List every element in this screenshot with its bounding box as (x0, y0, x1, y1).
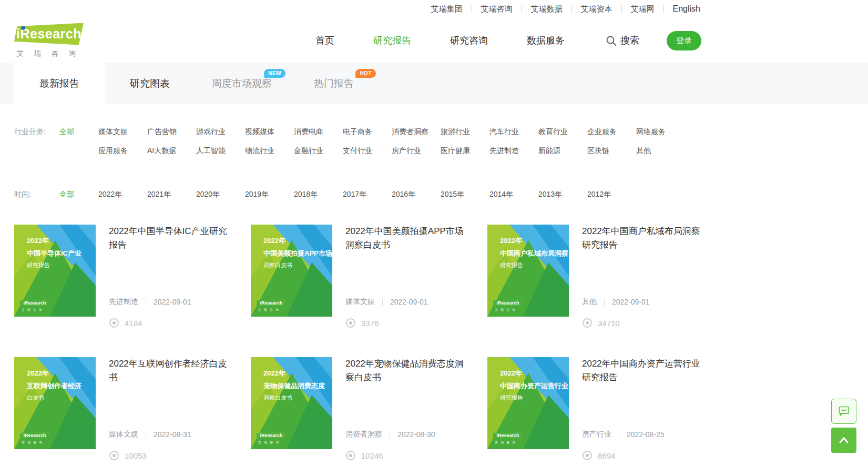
report-info: 2022年中国半导体IC产业研究报告 先进制造 2022-09-01 4184 (109, 225, 230, 328)
industry-filter-chip[interactable]: 其他 (636, 145, 685, 156)
report-title[interactable]: 2022年中国商户私域布局洞察研究报告 (582, 225, 703, 252)
report-card[interactable]: 2022年 中国商户私域布局洞察 研究报告 iResearch 艾瑞咨询 202… (487, 225, 703, 341)
cover-subtitle: 洞察白皮书 (263, 261, 332, 269)
eye-icon (109, 318, 119, 328)
time-filter-all[interactable]: 全部 (59, 189, 98, 199)
report-category[interactable]: 消费者洞察 (345, 430, 382, 439)
industry-filter-chip[interactable]: 广告营销 (147, 126, 196, 137)
iresearch-report-page: 艾瑞集团 艾瑞咨询 艾瑞数据 艾瑞资本 艾瑞网 English iResearc… (0, 0, 868, 466)
industry-filter-chip[interactable]: 支付行业 (343, 145, 392, 156)
industry-filter-chip[interactable]: 消费者洞察 (392, 126, 441, 137)
report-title[interactable]: 2022年宠物保健品消费态度洞察白皮书 (345, 357, 466, 385)
nav-item-research-consulting[interactable]: 研究咨询 (450, 34, 488, 47)
login-button[interactable]: 登录 (667, 31, 701, 50)
search-button[interactable]: 搜索 (606, 34, 639, 47)
report-category[interactable]: 房产行业 (582, 430, 611, 439)
eye-icon (582, 318, 593, 328)
industry-filter-chip[interactable]: 消费电商 (294, 126, 343, 137)
tab-research-charts[interactable]: 研究图表 (105, 63, 195, 104)
topbar-link-english[interactable]: English (664, 5, 701, 13)
year-filter-chip[interactable]: 2018年 (294, 189, 343, 199)
industry-filter-chip[interactable]: 电子商务 (343, 126, 392, 137)
report-cover[interactable]: 2022年 宠物保健品消费态度 洞察白皮书 iResearch 艾瑞咨询 (251, 357, 332, 449)
year-filter-chip[interactable]: 2022年 (98, 189, 147, 199)
industry-filter-chip[interactable]: 媒体文娱 (98, 126, 147, 137)
cover-year: 2022年 (500, 236, 568, 246)
industry-filter-chip[interactable]: 汽车行业 (489, 126, 538, 137)
industry-filter-chip[interactable]: 网络服务 (636, 126, 685, 137)
nav-item-home[interactable]: 首页 (315, 34, 334, 47)
cover-brand-logo: iResearch 艾瑞咨询 (257, 432, 286, 445)
cover-text: 2022年 中国半导体IC产业 研究报告 (27, 236, 81, 269)
report-category[interactable]: 媒体文娱 (109, 430, 138, 439)
year-filter-chip[interactable]: 2017年 (343, 189, 392, 199)
topbar-link-iresearch-data[interactable]: 艾瑞数据 (522, 5, 572, 13)
report-cover[interactable]: 2022年 中国商办资产运营行业 研究报告 iResearch 艾瑞咨询 (487, 357, 569, 449)
report-title[interactable]: 2022年中国美颜拍摄APP市场洞察白皮书 (345, 225, 466, 252)
industry-filter-chip[interactable]: 视频媒体 (245, 126, 294, 137)
industry-filter-chip[interactable]: 游戏行业 (196, 126, 245, 137)
year-filter-chip[interactable]: 2019年 (245, 189, 294, 199)
report-cover[interactable]: 2022年 中国商户私域布局洞察 研究报告 iResearch 艾瑞咨询 (487, 225, 569, 317)
report-card[interactable]: 2022年 宠物保健品消费态度 洞察白皮书 iResearch 艾瑞咨询 202… (251, 357, 466, 466)
year-filter-chip[interactable]: 2013年 (538, 189, 587, 199)
cover-brand-subtext: 艾瑞咨询 (20, 308, 49, 312)
report-cover[interactable]: 2022年 中国美颜拍摄APP市场 洞察白皮书 iResearch 艾瑞咨询 (251, 225, 332, 317)
report-category[interactable]: 先进制造 (109, 297, 138, 307)
report-card[interactable]: 2022年 中国商办资产运营行业 研究报告 iResearch 艾瑞咨询 202… (487, 357, 703, 466)
cover-year: 2022年 (500, 369, 568, 378)
industry-filter-chip[interactable]: AI大数据 (147, 145, 196, 156)
year-filter-chip[interactable]: 2014年 (489, 189, 538, 199)
industry-filter-chip[interactable]: 先进制造 (489, 145, 538, 156)
tab-hot-reports[interactable]: 热门报告 HOT (289, 63, 379, 104)
report-title[interactable]: 2022年中国半导体IC产业研究报告 (109, 225, 230, 252)
cover-brand-logo: iResearch 艾瑞咨询 (20, 432, 49, 445)
report-card[interactable]: 2022年 互联网创作者经济 白皮书 iResearch 艾瑞咨询 2022年互… (14, 357, 230, 466)
report-info: 2022年互联网创作者经济白皮书 媒体文娱 2022-08-31 10053 (109, 357, 230, 461)
industry-filter-chip[interactable]: 金融行业 (294, 145, 343, 156)
industry-filter-all[interactable]: 全部 (59, 126, 98, 137)
industry-filter-chip[interactable]: 区块链 (587, 145, 636, 156)
topbar-link-iresearch-consulting[interactable]: 艾瑞咨询 (472, 5, 522, 13)
industry-filter-chip[interactable]: 旅游行业 (441, 126, 489, 137)
industry-filter-chip[interactable]: 新能源 (538, 145, 587, 156)
scroll-to-top-button[interactable] (831, 428, 856, 453)
meta-separator (604, 299, 605, 306)
report-title[interactable]: 2022年中国商办资产运营行业研究报告 (582, 357, 703, 385)
year-filter-chip[interactable]: 2021年 (147, 189, 196, 199)
report-category[interactable]: 媒体文娱 (345, 297, 375, 307)
report-meta: 其他 2022-09-01 (582, 297, 703, 307)
cover-text: 2022年 中国商户私域布局洞察 研究报告 (500, 236, 568, 269)
report-card[interactable]: 2022年 中国半导体IC产业 研究报告 iResearch 艾瑞咨询 2022… (14, 225, 230, 341)
report-cover[interactable]: 2022年 中国半导体IC产业 研究报告 iResearch 艾瑞咨询 (14, 225, 96, 317)
report-views: 34710 (582, 318, 703, 328)
report-category[interactable]: 其他 (582, 297, 597, 307)
industry-filter-chip[interactable]: 物流行业 (245, 145, 294, 156)
year-filter-chip[interactable]: 2020年 (196, 189, 245, 199)
topbar-link-iresearch-web[interactable]: 艾瑞网 (622, 5, 664, 13)
topbar-link-iresearch-group[interactable]: 艾瑞集团 (422, 5, 472, 13)
views-count: 10246 (361, 451, 383, 460)
report-title[interactable]: 2022年互联网创作者经济白皮书 (109, 357, 230, 385)
year-filter-chip[interactable]: 2015年 (441, 189, 489, 199)
industry-filter-chip[interactable]: 医疗健康 (441, 145, 489, 156)
report-card[interactable]: 2022年 中国美颜拍摄APP市场 洞察白皮书 iResearch 艾瑞咨询 2… (251, 225, 466, 341)
nav-item-data-services[interactable]: 数据服务 (527, 34, 565, 47)
industry-filter-chip[interactable]: 应用服务 (98, 145, 147, 156)
topbar-link-iresearch-capital[interactable]: 艾瑞资本 (572, 5, 622, 13)
report-date: 2022-09-01 (154, 298, 191, 306)
industry-filter-chip[interactable]: 人工智能 (196, 145, 245, 156)
logo[interactable]: iResearch 艾瑞咨询 (14, 23, 86, 58)
nav-item-research-reports[interactable]: 研究报告 (373, 34, 411, 47)
tab-latest-reports[interactable]: 最新报告 (14, 63, 105, 104)
industry-filter-chip[interactable]: 房产行业 (392, 145, 441, 156)
tab-label: 热门报告 (314, 77, 354, 90)
chat-bubble-icon (835, 402, 853, 420)
tab-weekly-market-watch[interactable]: 周度市场观察 NEW (195, 63, 289, 104)
year-filter-chip[interactable]: 2016年 (392, 189, 441, 199)
report-cover[interactable]: 2022年 互联网创作者经济 白皮书 iResearch 艾瑞咨询 (14, 357, 96, 449)
industry-filter-chip[interactable]: 企业服务 (587, 126, 636, 137)
year-filter-chip[interactable]: 2012年 (587, 189, 636, 199)
industry-filter-chip[interactable]: 教育行业 (538, 126, 587, 137)
feedback-chat-button[interactable] (831, 399, 856, 424)
